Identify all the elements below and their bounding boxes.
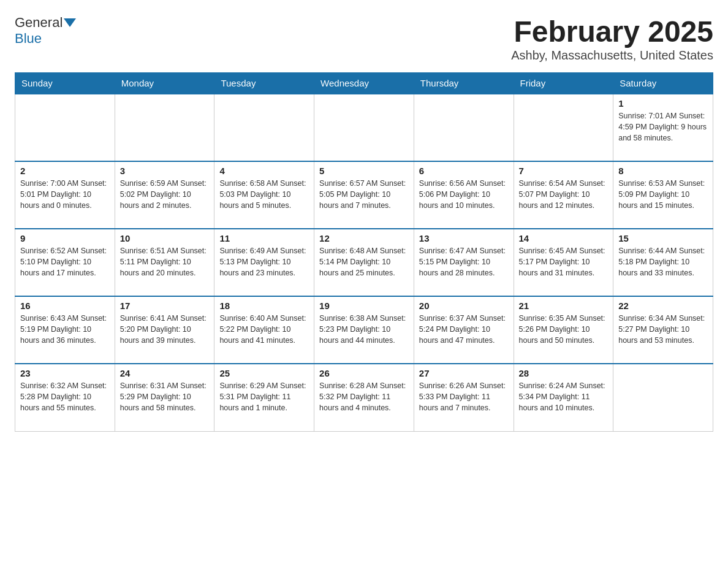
calendar-cell: 14Sunrise: 6:45 AM Sunset: 5:17 PM Dayli… bbox=[514, 229, 613, 296]
day-info: Sunrise: 6:28 AM Sunset: 5:32 PM Dayligh… bbox=[319, 380, 409, 413]
calendar-cell bbox=[613, 364, 713, 431]
day-info: Sunrise: 6:51 AM Sunset: 5:11 PM Dayligh… bbox=[120, 245, 210, 278]
calendar-cell bbox=[15, 94, 115, 161]
weekday-header-saturday: Saturday bbox=[613, 73, 713, 94]
day-info: Sunrise: 6:54 AM Sunset: 5:07 PM Dayligh… bbox=[519, 178, 609, 211]
day-info: Sunrise: 6:31 AM Sunset: 5:29 PM Dayligh… bbox=[120, 380, 210, 413]
calendar-cell: 8Sunrise: 6:53 AM Sunset: 5:09 PM Daylig… bbox=[613, 161, 713, 229]
calendar-cell: 22Sunrise: 6:34 AM Sunset: 5:27 PM Dayli… bbox=[613, 296, 713, 364]
calendar-cell bbox=[414, 94, 514, 161]
calendar-week-4: 16Sunrise: 6:43 AM Sunset: 5:19 PM Dayli… bbox=[15, 296, 713, 364]
day-info: Sunrise: 6:49 AM Sunset: 5:13 PM Dayligh… bbox=[219, 245, 309, 278]
day-info: Sunrise: 6:35 AM Sunset: 5:26 PM Dayligh… bbox=[519, 313, 609, 346]
logo: General Blue bbox=[15, 15, 77, 47]
logo-blue-text: Blue bbox=[15, 31, 42, 46]
calendar-week-5: 23Sunrise: 6:32 AM Sunset: 5:28 PM Dayli… bbox=[15, 364, 713, 431]
calendar-cell: 26Sunrise: 6:28 AM Sunset: 5:32 PM Dayli… bbox=[314, 364, 414, 431]
day-info: Sunrise: 6:34 AM Sunset: 5:27 PM Dayligh… bbox=[618, 313, 708, 346]
calendar-cell: 18Sunrise: 6:40 AM Sunset: 5:22 PM Dayli… bbox=[214, 296, 314, 364]
day-number: 18 bbox=[219, 301, 309, 311]
day-info: Sunrise: 6:41 AM Sunset: 5:20 PM Dayligh… bbox=[120, 313, 210, 346]
calendar-cell: 21Sunrise: 6:35 AM Sunset: 5:26 PM Dayli… bbox=[514, 296, 613, 364]
day-info: Sunrise: 6:47 AM Sunset: 5:15 PM Dayligh… bbox=[419, 245, 509, 278]
day-number: 15 bbox=[618, 233, 708, 243]
calendar-cell: 28Sunrise: 6:24 AM Sunset: 5:34 PM Dayli… bbox=[514, 364, 613, 431]
day-number: 13 bbox=[419, 233, 509, 243]
calendar-week-2: 2Sunrise: 7:00 AM Sunset: 5:01 PM Daylig… bbox=[15, 161, 713, 229]
calendar-cell: 9Sunrise: 6:52 AM Sunset: 5:10 PM Daylig… bbox=[15, 229, 115, 296]
calendar-cell: 25Sunrise: 6:29 AM Sunset: 5:31 PM Dayli… bbox=[214, 364, 314, 431]
title-section: February 2025 Ashby, Massachusetts, Unit… bbox=[511, 15, 713, 63]
calendar-cell: 7Sunrise: 6:54 AM Sunset: 5:07 PM Daylig… bbox=[514, 161, 613, 229]
calendar-cell: 4Sunrise: 6:58 AM Sunset: 5:03 PM Daylig… bbox=[214, 161, 314, 229]
day-info: Sunrise: 6:57 AM Sunset: 5:05 PM Dayligh… bbox=[319, 178, 409, 211]
day-info: Sunrise: 6:58 AM Sunset: 5:03 PM Dayligh… bbox=[219, 178, 309, 211]
calendar-cell: 5Sunrise: 6:57 AM Sunset: 5:05 PM Daylig… bbox=[314, 161, 414, 229]
day-number: 4 bbox=[219, 166, 309, 176]
logo-general-text: General bbox=[15, 15, 63, 31]
calendar-week-1: 1Sunrise: 7:01 AM Sunset: 4:59 PM Daylig… bbox=[15, 94, 713, 161]
day-number: 5 bbox=[319, 166, 409, 176]
day-number: 22 bbox=[618, 301, 708, 311]
calendar-cell: 20Sunrise: 6:37 AM Sunset: 5:24 PM Dayli… bbox=[414, 296, 514, 364]
calendar-cell: 27Sunrise: 6:26 AM Sunset: 5:33 PM Dayli… bbox=[414, 364, 514, 431]
day-number: 23 bbox=[20, 368, 110, 378]
day-info: Sunrise: 7:00 AM Sunset: 5:01 PM Dayligh… bbox=[20, 178, 110, 211]
day-number: 14 bbox=[519, 233, 609, 243]
day-number: 1 bbox=[618, 98, 708, 109]
day-number: 24 bbox=[120, 368, 210, 378]
weekday-header-friday: Friday bbox=[514, 73, 613, 94]
calendar-cell: 1Sunrise: 7:01 AM Sunset: 4:59 PM Daylig… bbox=[613, 94, 713, 161]
day-info: Sunrise: 6:48 AM Sunset: 5:14 PM Dayligh… bbox=[319, 245, 409, 278]
weekday-header-tuesday: Tuesday bbox=[214, 73, 314, 94]
day-number: 17 bbox=[120, 301, 210, 311]
day-number: 10 bbox=[120, 233, 210, 243]
day-number: 12 bbox=[319, 233, 409, 243]
calendar-cell: 15Sunrise: 6:44 AM Sunset: 5:18 PM Dayli… bbox=[613, 229, 713, 296]
day-number: 16 bbox=[20, 301, 110, 311]
calendar-cell: 10Sunrise: 6:51 AM Sunset: 5:11 PM Dayli… bbox=[115, 229, 214, 296]
day-number: 8 bbox=[618, 166, 708, 176]
day-info: Sunrise: 6:43 AM Sunset: 5:19 PM Dayligh… bbox=[20, 313, 110, 346]
weekday-header-wednesday: Wednesday bbox=[314, 73, 414, 94]
calendar-cell: 17Sunrise: 6:41 AM Sunset: 5:20 PM Dayli… bbox=[115, 296, 214, 364]
calendar-cell bbox=[314, 94, 414, 161]
calendar-cell bbox=[514, 94, 613, 161]
day-number: 19 bbox=[319, 301, 409, 311]
calendar-cell: 12Sunrise: 6:48 AM Sunset: 5:14 PM Dayli… bbox=[314, 229, 414, 296]
day-info: Sunrise: 6:24 AM Sunset: 5:34 PM Dayligh… bbox=[519, 380, 609, 413]
calendar-table: SundayMondayTuesdayWednesdayThursdayFrid… bbox=[15, 72, 713, 432]
day-info: Sunrise: 6:29 AM Sunset: 5:31 PM Dayligh… bbox=[219, 380, 309, 413]
day-info: Sunrise: 6:44 AM Sunset: 5:18 PM Dayligh… bbox=[618, 245, 708, 278]
calendar-cell: 24Sunrise: 6:31 AM Sunset: 5:29 PM Dayli… bbox=[115, 364, 214, 431]
day-number: 21 bbox=[519, 301, 609, 311]
day-number: 27 bbox=[419, 368, 509, 378]
weekday-header-row: SundayMondayTuesdayWednesdayThursdayFrid… bbox=[15, 73, 713, 94]
calendar-cell: 13Sunrise: 6:47 AM Sunset: 5:15 PM Dayli… bbox=[414, 229, 514, 296]
day-number: 20 bbox=[419, 301, 509, 311]
day-info: Sunrise: 6:52 AM Sunset: 5:10 PM Dayligh… bbox=[20, 245, 110, 278]
weekday-header-sunday: Sunday bbox=[15, 73, 115, 94]
day-info: Sunrise: 7:01 AM Sunset: 4:59 PM Dayligh… bbox=[618, 110, 708, 144]
calendar-cell bbox=[214, 94, 314, 161]
month-title: February 2025 bbox=[511, 15, 713, 48]
day-info: Sunrise: 6:59 AM Sunset: 5:02 PM Dayligh… bbox=[120, 178, 210, 211]
calendar-cell: 6Sunrise: 6:56 AM Sunset: 5:06 PM Daylig… bbox=[414, 161, 514, 229]
logo-arrow-icon bbox=[64, 18, 76, 27]
calendar-cell: 16Sunrise: 6:43 AM Sunset: 5:19 PM Dayli… bbox=[15, 296, 115, 364]
page-header: General Blue February 2025 Ashby, Massac… bbox=[15, 15, 713, 63]
day-info: Sunrise: 6:26 AM Sunset: 5:33 PM Dayligh… bbox=[419, 380, 509, 413]
day-number: 9 bbox=[20, 233, 110, 243]
day-info: Sunrise: 6:56 AM Sunset: 5:06 PM Dayligh… bbox=[419, 178, 509, 211]
day-number: 26 bbox=[319, 368, 409, 378]
day-info: Sunrise: 6:45 AM Sunset: 5:17 PM Dayligh… bbox=[519, 245, 609, 278]
calendar-cell: 19Sunrise: 6:38 AM Sunset: 5:23 PM Dayli… bbox=[314, 296, 414, 364]
calendar-cell: 2Sunrise: 7:00 AM Sunset: 5:01 PM Daylig… bbox=[15, 161, 115, 229]
day-number: 11 bbox=[219, 233, 309, 243]
calendar-cell bbox=[115, 94, 214, 161]
day-info: Sunrise: 6:53 AM Sunset: 5:09 PM Dayligh… bbox=[618, 178, 708, 211]
day-info: Sunrise: 6:37 AM Sunset: 5:24 PM Dayligh… bbox=[419, 313, 509, 346]
day-number: 3 bbox=[120, 166, 210, 176]
calendar-week-3: 9Sunrise: 6:52 AM Sunset: 5:10 PM Daylig… bbox=[15, 229, 713, 296]
weekday-header-thursday: Thursday bbox=[414, 73, 514, 94]
